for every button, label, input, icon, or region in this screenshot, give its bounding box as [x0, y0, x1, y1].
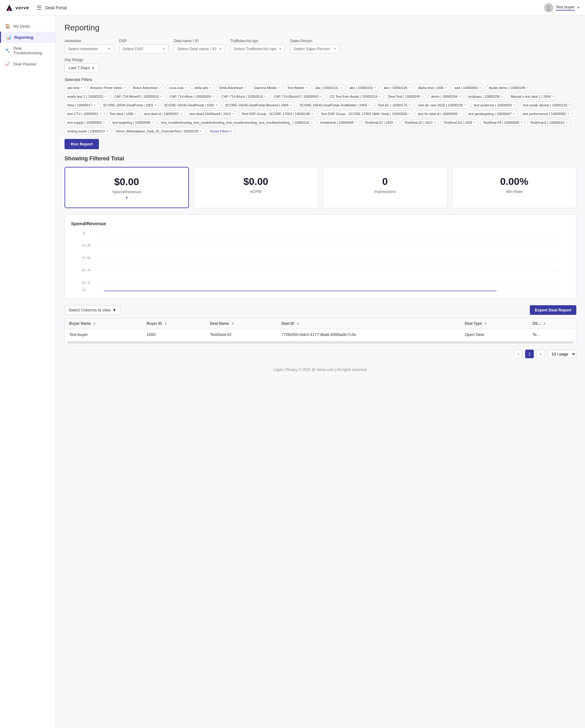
filter-tag-remove[interactable]: ×	[473, 120, 476, 125]
filter-tag-remove[interactable]: ×	[277, 86, 280, 90]
filter-tag-remove[interactable]: ×	[105, 94, 107, 99]
filter-tag-remove[interactable]: ×	[160, 94, 162, 99]
export-deal-report-button[interactable]: Export Deal Report	[530, 305, 576, 315]
next-page-button[interactable]: ›	[536, 349, 545, 358]
filter-tag-remove[interactable]: ×	[378, 94, 380, 99]
filter-tag-remove[interactable]: ×	[422, 94, 424, 99]
filter-tag-remove[interactable]: ×	[340, 86, 342, 90]
metric-card-win-rate: 0.00% Win Rate	[452, 167, 577, 208]
filter-tag-remove[interactable]: ×	[409, 103, 411, 107]
filter-tag-remove[interactable]: ×	[81, 86, 83, 90]
filter-tag-remove[interactable]: ×	[459, 94, 461, 99]
filter-tag-remove[interactable]: ×	[124, 86, 126, 90]
metric-card-ecpm: $0.00 eCPM	[194, 167, 318, 208]
footer-text: Legal | Privacy © 2025 @ Verve.com | All…	[273, 368, 368, 372]
filter-tag-remove[interactable]: ×	[513, 112, 515, 116]
sort-icon-deal-id: ⇕	[296, 322, 299, 326]
sidebar-item-deal-planner[interactable]: 📈 Deal Planner	[0, 58, 55, 70]
filter-tag-remove[interactable]: ×	[100, 112, 102, 116]
sidebar-item-reporting[interactable]: 📊 Reporting	[0, 32, 55, 43]
filter-tag-remove[interactable]: ×	[106, 129, 109, 133]
filter-tag: testing avails | 10000237×	[64, 128, 111, 135]
trafficker-select[interactable]: Select Trafficker/Ad ops ▼	[230, 44, 285, 53]
filter-tag-remove[interactable]: ×	[479, 86, 481, 90]
filter-tag-remove[interactable]: ×	[565, 120, 568, 125]
filter-tag-remove[interactable]: ×	[408, 86, 411, 90]
filter-tag-remove[interactable]: ×	[445, 86, 447, 90]
portal-title: Deal Portal	[45, 5, 67, 10]
per-page-select[interactable]: 10 / page	[548, 350, 576, 358]
prev-page-button[interactable]: ‹	[514, 349, 523, 358]
col-deal-id: Deal ID ⇕	[277, 318, 460, 329]
filter-tag-remove[interactable]: ×	[552, 94, 554, 99]
filter-tag-remove[interactable]: ×	[94, 103, 96, 107]
filter-tag-remove[interactable]: ×	[311, 120, 313, 125]
filter-tag-label: coca-cola	[169, 86, 183, 89]
filter-tag-label: Maciek's test deal 1 | 1004	[510, 95, 551, 98]
sidebar-item-deal-troubleshooting[interactable]: 🔧 Deal Troubleshooting	[0, 43, 55, 58]
deal-name-select[interactable]: Select Deal name / ID ▼	[174, 44, 225, 53]
filter-tag-remove[interactable]: ×	[155, 103, 157, 107]
footer: Legal | Privacy © 2025 @ Verve.com | All…	[64, 361, 576, 378]
svg-text:0: 0	[82, 288, 86, 292]
filter-tag-remove[interactable]: ×	[185, 86, 187, 90]
filter-tag-label: test deal123456asdf | 2413	[189, 112, 231, 116]
filter-tag-remove[interactable]: ×	[311, 112, 313, 116]
reset-filters-button[interactable]: Reset Filters ×	[207, 128, 235, 135]
filter-tag: abc | 10000152×	[347, 84, 379, 91]
advertiser-select[interactable]: Select Advertiser ▼	[64, 44, 114, 53]
filter-tags-container: adv test×Amazon Prime Video×Bravo Advert…	[64, 84, 576, 135]
filter-tag-remove[interactable]: ×	[374, 86, 376, 90]
filter-tag-label: CAP-714-Allow | 10000009	[170, 95, 211, 98]
filter-tag-remove[interactable]: ×	[568, 103, 570, 107]
filter-tag-remove[interactable]: ×	[320, 94, 322, 99]
svg-text:0.6: 0.6	[82, 256, 90, 260]
filter-tag-remove[interactable]: ×	[159, 86, 161, 90]
filter-tag-remove[interactable]: ×	[180, 112, 182, 116]
filter-tag-remove[interactable]: ×	[395, 120, 397, 125]
filter-tag-remove[interactable]: ×	[151, 120, 154, 125]
filter-tag-remove[interactable]: ×	[408, 112, 411, 116]
horizontal-scrollbar[interactable]	[67, 341, 574, 344]
filter-tag-remove[interactable]: ×	[135, 112, 137, 116]
filter-tag-remove[interactable]: ×	[501, 94, 503, 99]
sidebar-item-my-deals[interactable]: 🏠 My Deals	[0, 21, 55, 32]
filter-tag-remove[interactable]: ×	[459, 112, 461, 116]
sort-icon-buyer-id: ⇕	[164, 322, 167, 326]
filter-tag-remove[interactable]: ×	[264, 94, 266, 99]
filter-tag-remove[interactable]: ×	[232, 112, 234, 116]
day-range-button[interactable]: Last 7 Days ∨	[64, 63, 99, 72]
filter-tag: SCORE-16545-DealPortal-Blocked | 2406×	[222, 102, 295, 109]
run-report-button[interactable]: Run Report	[64, 139, 99, 149]
filter-tag: test avails akshat | 10000218×	[520, 102, 573, 109]
filter-tag-remove[interactable]: ×	[464, 103, 467, 107]
filter-tag: TestDeal-04 | 10000000×	[480, 119, 526, 126]
filter-tag-remove[interactable]: ×	[355, 120, 357, 125]
filter-tag-remove[interactable]: ×	[567, 112, 569, 116]
pagination: ‹ 1 › 10 / page	[64, 349, 576, 358]
sidebar: 🏠 My Deals 📊 Reporting 🔧 Deal Troublesho…	[0, 16, 56, 728]
filter-tag-remove[interactable]: ×	[305, 86, 308, 90]
filter-tag-remove[interactable]: ×	[244, 86, 247, 90]
filter-tag: TestDeal-01 | 2420×	[362, 119, 400, 126]
filter-tag-remove[interactable]: ×	[290, 103, 292, 107]
filter-tag-remove[interactable]: ×	[216, 103, 218, 107]
hamburger-icon[interactable]: ☰	[36, 4, 42, 11]
filter-tag-remove[interactable]: ×	[368, 103, 370, 107]
filter-tag-remove[interactable]: ×	[209, 86, 212, 90]
filter-tag-label: Deal Test | 10000245	[388, 95, 420, 98]
filter-tag-remove[interactable]: ×	[434, 120, 436, 125]
sales-person-filter-group: Sales Person Select Sales Person ▼	[290, 39, 340, 53]
columns-select-button[interactable]: Select Columns to view ▼	[64, 305, 121, 315]
dsp-select[interactable]: Select DSP ▼	[119, 44, 169, 53]
user-area[interactable]: Test buyer ▼	[544, 3, 580, 12]
filter-tag-remove[interactable]: ×	[200, 129, 202, 133]
filter-tag-remove[interactable]: ×	[527, 86, 529, 90]
table-toolbar: Select Columns to view ▼ Export Deal Rep…	[64, 305, 576, 315]
filter-tag-remove[interactable]: ×	[212, 94, 214, 99]
sales-person-select[interactable]: Select Sales Person ▼	[290, 44, 340, 53]
page-1-button[interactable]: 1	[525, 349, 534, 358]
filter-tag-remove[interactable]: ×	[103, 120, 105, 125]
filter-tag-remove[interactable]: ×	[521, 120, 523, 125]
filter-tag-remove[interactable]: ×	[513, 103, 515, 107]
